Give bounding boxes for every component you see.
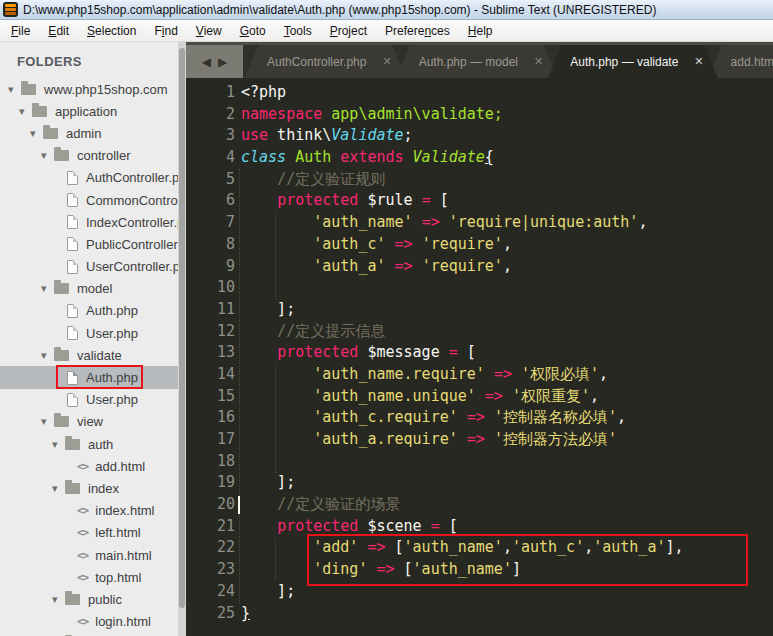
tree-item-auth[interactable]: ▾auth bbox=[0, 433, 186, 455]
tree-item-auth-php[interactable]: Auth.php bbox=[0, 366, 186, 388]
line-number: 22 bbox=[186, 537, 235, 559]
code-line-11[interactable]: ]; bbox=[241, 299, 773, 321]
code-line-14[interactable]: 'auth_name.require' => '权限必填', bbox=[241, 364, 773, 386]
code-line-8[interactable]: 'auth_c' => 'require', bbox=[241, 234, 773, 256]
tree-item-label: index.html bbox=[95, 503, 154, 518]
tree-item-publiccontroller-php[interactable]: PublicController.php bbox=[0, 233, 186, 255]
tab-add-html[interactable]: add.html✕ bbox=[709, 45, 773, 78]
expand-arrow-icon[interactable]: ▾ bbox=[8, 83, 21, 96]
line-number: 4 bbox=[186, 147, 235, 169]
expand-arrow-icon[interactable]: ▾ bbox=[41, 149, 54, 162]
tree-item-add-html[interactable]: <>add.html bbox=[0, 455, 186, 477]
menu-project[interactable]: Project bbox=[321, 21, 376, 41]
code-line-17[interactable]: 'auth_a.require' => '控制器方法必填' bbox=[241, 429, 773, 451]
code-line-12[interactable]: //定义提示信息 bbox=[241, 321, 773, 343]
tree-item-user-php[interactable]: User.php bbox=[0, 322, 186, 344]
line-number: 8 bbox=[186, 234, 235, 256]
tree-item-controller[interactable]: ▾controller bbox=[0, 145, 186, 167]
tree-item-validate[interactable]: ▾validate bbox=[0, 344, 186, 366]
code-line-22[interactable]: 'add' => ['auth_name','auth_c','auth_a']… bbox=[241, 537, 773, 559]
tree-item-login-html[interactable]: <>login.html bbox=[0, 611, 186, 633]
line-number: 17 bbox=[186, 429, 235, 451]
expand-arrow-icon[interactable]: ▾ bbox=[41, 415, 54, 428]
tab-close-icon[interactable]: ✕ bbox=[694, 55, 703, 68]
expand-arrow-icon[interactable]: ▾ bbox=[19, 105, 32, 118]
tree-item-index[interactable]: ▾index bbox=[0, 477, 186, 499]
menu-file[interactable]: File bbox=[2, 21, 39, 41]
expand-arrow-icon[interactable]: ▾ bbox=[30, 127, 43, 140]
tree-item-label: Auth.php bbox=[86, 303, 138, 318]
tree-item-label: Auth.php bbox=[86, 370, 138, 385]
code-line-21[interactable]: protected $scene = [ bbox=[241, 516, 773, 538]
line-number: 7 bbox=[186, 212, 235, 234]
code-editor[interactable]: 1234567891011121314151617181920212223242… bbox=[186, 78, 773, 636]
tree-item-main-html[interactable]: <>main.html bbox=[0, 544, 186, 566]
code-line-10[interactable] bbox=[241, 277, 773, 299]
line-number: 16 bbox=[186, 407, 235, 429]
code-line-18[interactable] bbox=[241, 451, 773, 473]
code-line-1[interactable]: <?php bbox=[241, 82, 773, 104]
tree-item-left-html[interactable]: <>left.html bbox=[0, 522, 186, 544]
tree-item-authcontroller-php[interactable]: AuthController.php bbox=[0, 167, 186, 189]
tree-item-label: application bbox=[55, 104, 117, 119]
line-number: 6 bbox=[186, 190, 235, 212]
tree-item-auth-php[interactable]: Auth.php bbox=[0, 300, 186, 322]
code-line-6[interactable]: protected $rule = [ bbox=[241, 190, 773, 212]
tab-close-icon[interactable]: ✕ bbox=[534, 55, 543, 68]
folder-icon bbox=[65, 439, 80, 450]
code-line-23[interactable]: 'ding' => ['auth_name'] bbox=[241, 559, 773, 581]
folder-icon bbox=[32, 106, 47, 117]
code-line-9[interactable]: 'auth_a' => 'require', bbox=[241, 256, 773, 278]
code-line-4[interactable]: class Auth extends Validate{ bbox=[241, 147, 773, 169]
menu-tools[interactable]: Tools bbox=[275, 21, 321, 41]
tree-item-commoncontroller-php[interactable]: CommonController.php bbox=[0, 189, 186, 211]
line-number: 1 bbox=[186, 82, 235, 104]
tree-item-view[interactable]: ▾view bbox=[0, 411, 186, 433]
code-line-19[interactable]: ]; bbox=[241, 472, 773, 494]
html-file-icon: <> bbox=[77, 615, 88, 628]
gutter: 1234567891011121314151617181920212223242… bbox=[186, 82, 235, 624]
code-line-16[interactable]: 'auth_c.require' => '控制器名称必填', bbox=[241, 407, 773, 429]
tree-item-application[interactable]: ▾application bbox=[0, 100, 186, 122]
tree-item-usercontroller-php[interactable]: UserController.php bbox=[0, 256, 186, 278]
menu-edit[interactable]: Edit bbox=[39, 21, 78, 41]
tab-authcontroller-php[interactable]: AuthController.php✕ bbox=[245, 45, 406, 78]
code-line-3[interactable]: use think\Validate; bbox=[241, 125, 773, 147]
expand-arrow-icon[interactable]: ▾ bbox=[41, 349, 54, 362]
tree-item-public[interactable]: ▾public bbox=[0, 588, 186, 610]
tree-item-admin[interactable]: ▾admin bbox=[0, 122, 186, 144]
tab-close-icon[interactable]: ✕ bbox=[382, 55, 391, 68]
tree-item-www-php15shop-com[interactable]: ▾www.php15shop.com bbox=[0, 78, 186, 100]
tree-item-top-html[interactable]: <>top.html bbox=[0, 566, 186, 588]
menu-help[interactable]: Help bbox=[459, 21, 502, 41]
expand-arrow-icon[interactable]: ▾ bbox=[52, 482, 65, 495]
tree-item-indexcontroller-php[interactable]: IndexController.php bbox=[0, 211, 186, 233]
expand-arrow-icon[interactable]: ▾ bbox=[52, 593, 65, 606]
tab-auth-php-validate[interactable]: Auth.php — validate✕ bbox=[548, 45, 717, 78]
tree-item-index-html[interactable]: <>index.html bbox=[0, 500, 186, 522]
sidebar-scrollbar-thumb[interactable] bbox=[179, 48, 185, 608]
menu-selection[interactable]: Selection bbox=[78, 21, 145, 41]
sidebar-scrollbar[interactable] bbox=[178, 42, 186, 636]
code-line-13[interactable]: protected $message = [ bbox=[241, 342, 773, 364]
tab-auth-php-model[interactable]: Auth.php — model✕ bbox=[397, 45, 558, 78]
menu-goto[interactable]: Goto bbox=[231, 21, 275, 41]
menu-find[interactable]: Find bbox=[145, 21, 186, 41]
code-line-7[interactable]: 'auth_name' => 'require|unique:auth', bbox=[241, 212, 773, 234]
tree-item-label: view bbox=[77, 414, 103, 429]
tab-scroll-left-icon[interactable]: ◀ bbox=[202, 55, 211, 69]
code-line-25[interactable]: } bbox=[241, 603, 773, 625]
menu-preferences[interactable]: Preferences bbox=[376, 21, 459, 41]
code-line-24[interactable]: ]; bbox=[241, 581, 773, 603]
expand-arrow-icon[interactable]: ▾ bbox=[52, 438, 65, 451]
tab-scroll-buttons[interactable]: ◀ ▶ bbox=[186, 45, 243, 78]
tree-item-user-php[interactable]: User.php bbox=[0, 389, 186, 411]
menu-view[interactable]: View bbox=[187, 21, 231, 41]
tab-scroll-right-icon[interactable]: ▶ bbox=[218, 55, 227, 69]
code-line-15[interactable]: 'auth_name.unique' => '权限重复', bbox=[241, 386, 773, 408]
tree-item-model[interactable]: ▾model bbox=[0, 278, 186, 300]
expand-arrow-icon[interactable]: ▾ bbox=[41, 282, 54, 295]
code-line-20[interactable]: //定义验证的场景 bbox=[241, 494, 773, 516]
code-line-2[interactable]: namespace app\admin\validate; bbox=[241, 104, 773, 126]
code-line-5[interactable]: //定义验证规则 bbox=[241, 169, 773, 191]
